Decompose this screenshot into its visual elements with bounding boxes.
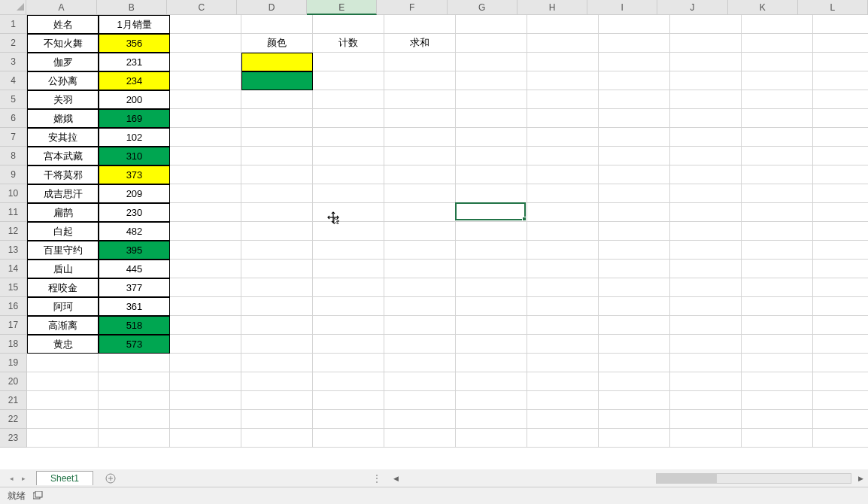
row-header-19[interactable]: 19	[0, 354, 27, 372]
col-header-A[interactable]: A	[26, 0, 96, 15]
cell-E13[interactable]	[313, 241, 384, 260]
cell-H10[interactable]	[527, 184, 599, 203]
cell-A12[interactable]: 白起	[27, 222, 99, 241]
cell-J3[interactable]	[670, 53, 742, 71]
add-sheet-button[interactable]	[102, 470, 119, 487]
cell-B16[interactable]: 361	[99, 297, 170, 316]
col-header-I[interactable]: I	[587, 0, 657, 15]
cell-F17[interactable]	[384, 316, 456, 335]
col-header-C[interactable]: C	[167, 0, 237, 15]
cell-C9[interactable]	[170, 165, 241, 184]
row-header-1[interactable]: 1	[0, 15, 27, 34]
cell-G19[interactable]	[456, 354, 527, 372]
cell-L6[interactable]	[813, 109, 868, 128]
cell-H13[interactable]	[527, 241, 599, 260]
hscroll-thumb[interactable]	[657, 474, 717, 483]
cell-A20[interactable]	[27, 372, 99, 391]
cell-C23[interactable]	[170, 429, 241, 448]
row-header-8[interactable]: 8	[0, 147, 27, 165]
cell-C22[interactable]	[170, 410, 241, 429]
cell-J10[interactable]	[670, 184, 742, 203]
cell-L21[interactable]	[813, 391, 868, 410]
row-header-11[interactable]: 11	[0, 203, 27, 222]
cell-A15[interactable]: 程咬金	[27, 278, 99, 297]
cell-C8[interactable]	[170, 147, 241, 165]
cell-F1[interactable]	[384, 15, 456, 34]
cell-E2[interactable]: 计数	[313, 34, 384, 53]
cell-C6[interactable]	[170, 109, 241, 128]
cell-I8[interactable]	[599, 147, 670, 165]
cell-D23[interactable]	[241, 429, 313, 448]
cell-H19[interactable]	[527, 354, 599, 372]
cell-F4[interactable]	[384, 71, 456, 90]
cell-G20[interactable]	[456, 372, 527, 391]
cell-A3[interactable]: 伽罗	[27, 53, 99, 71]
cell-H22[interactable]	[527, 410, 599, 429]
cell-D2[interactable]: 颜色	[241, 34, 313, 53]
cell-H23[interactable]	[527, 429, 599, 448]
cell-K6[interactable]	[742, 109, 813, 128]
cell-G17[interactable]	[456, 316, 527, 335]
cell-J19[interactable]	[670, 354, 742, 372]
cell-K15[interactable]	[742, 278, 813, 297]
row-header-22[interactable]: 22	[0, 410, 27, 429]
cell-L16[interactable]	[813, 297, 868, 316]
cell-F8[interactable]	[384, 147, 456, 165]
cell-J9[interactable]	[670, 165, 742, 184]
cell-L19[interactable]	[813, 354, 868, 372]
cell-E19[interactable]	[313, 354, 384, 372]
row-header-2[interactable]: 2	[0, 34, 27, 53]
cell-D10[interactable]	[241, 184, 313, 203]
cell-C21[interactable]	[170, 391, 241, 410]
cell-A9[interactable]: 干将莫邪	[27, 165, 99, 184]
cell-C11[interactable]	[170, 203, 241, 222]
cell-L12[interactable]	[813, 222, 868, 241]
cell-H9[interactable]	[527, 165, 599, 184]
cell-G16[interactable]	[456, 297, 527, 316]
row-header-23[interactable]: 23	[0, 429, 27, 448]
cell-G13[interactable]	[456, 241, 527, 260]
cell-A18[interactable]: 黄忠	[27, 335, 99, 354]
cell-B14[interactable]: 445	[99, 260, 170, 278]
cell-D19[interactable]	[241, 354, 313, 372]
col-header-G[interactable]: G	[448, 0, 517, 15]
cell-B9[interactable]: 373	[99, 165, 170, 184]
cell-I19[interactable]	[599, 354, 670, 372]
cell-I16[interactable]	[599, 297, 670, 316]
cell-H8[interactable]	[527, 147, 599, 165]
row-header-14[interactable]: 14	[0, 260, 27, 278]
cell-H6[interactable]	[527, 109, 599, 128]
cell-F9[interactable]	[384, 165, 456, 184]
cell-K10[interactable]	[742, 184, 813, 203]
cell-D11[interactable]	[241, 203, 313, 222]
cell-A16[interactable]: 阿珂	[27, 297, 99, 316]
cell-G18[interactable]	[456, 335, 527, 354]
cell-J8[interactable]	[670, 147, 742, 165]
cell-D13[interactable]	[241, 241, 313, 260]
cell-F12[interactable]	[384, 222, 456, 241]
cell-J12[interactable]	[670, 222, 742, 241]
cell-L4[interactable]	[813, 71, 868, 90]
cell-F3[interactable]	[384, 53, 456, 71]
cell-B12[interactable]: 482	[99, 222, 170, 241]
cell-C16[interactable]	[170, 297, 241, 316]
cell-A8[interactable]: 宫本武藏	[27, 147, 99, 165]
cell-I15[interactable]	[599, 278, 670, 297]
cell-L22[interactable]	[813, 410, 868, 429]
cell-L9[interactable]	[813, 165, 868, 184]
row-header-13[interactable]: 13	[0, 241, 27, 260]
col-header-K[interactable]: K	[728, 0, 798, 15]
cell-D12[interactable]	[241, 222, 313, 241]
cell-I7[interactable]	[599, 128, 670, 147]
col-header-H[interactable]: H	[517, 0, 587, 15]
cell-F6[interactable]	[384, 109, 456, 128]
col-header-J[interactable]: J	[657, 0, 727, 15]
cell-J18[interactable]	[670, 335, 742, 354]
cell-C14[interactable]	[170, 260, 241, 278]
row-header-18[interactable]: 18	[0, 335, 27, 354]
cell-L15[interactable]	[813, 278, 868, 297]
cell-G4[interactable]	[456, 71, 527, 90]
cell-A11[interactable]: 扁鹊	[27, 203, 99, 222]
cell-F5[interactable]	[384, 90, 456, 109]
col-header-L[interactable]: L	[798, 0, 868, 15]
